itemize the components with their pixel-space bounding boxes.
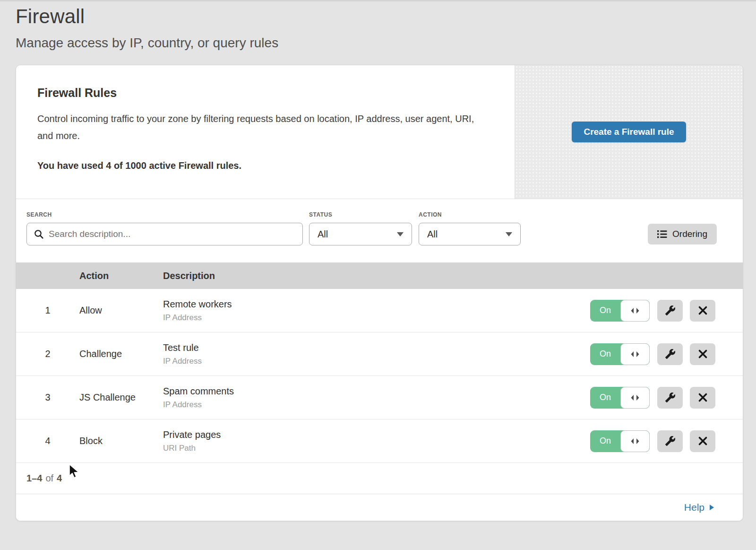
rule-priority-number: 1: [16, 305, 79, 316]
intro-block: Firewall Rules Control incoming traffic …: [16, 65, 515, 199]
help-link[interactable]: Help: [684, 502, 714, 513]
status-filter-group: STATUS All: [309, 211, 412, 245]
column-header-action: Action: [79, 271, 163, 281]
rule-controls: On: [590, 300, 743, 322]
ordering-button[interactable]: Ordering: [648, 224, 717, 244]
rule-action: JS Challenge: [79, 392, 163, 403]
search-input[interactable]: [26, 223, 303, 245]
edit-rule-button[interactable]: [657, 343, 683, 365]
wrench-icon: [665, 349, 676, 359]
table-row: 4 Block Private pages URI Path On: [16, 419, 743, 463]
left-right-arrows-icon: [630, 351, 640, 358]
pagination-range: 1–4: [26, 473, 42, 484]
rule-action: Allow: [79, 305, 163, 316]
toggle-handle[interactable]: [620, 387, 650, 409]
close-icon: [698, 349, 708, 359]
toggle-handle[interactable]: [620, 343, 650, 365]
rule-enabled-toggle[interactable]: On: [590, 343, 650, 365]
pagination-total: 4: [57, 473, 62, 484]
action-select[interactable]: All: [419, 223, 521, 245]
rule-priority-number: 4: [16, 436, 79, 446]
table-row: 3 JS Challenge Spam comments IP Address …: [16, 376, 743, 419]
left-right-arrows-icon: [630, 394, 640, 401]
filter-bar: SEARCH STATUS All ACTION All: [16, 199, 743, 262]
toggle-on-label: On: [590, 430, 620, 452]
rule-priority-number: 3: [16, 392, 79, 403]
close-icon: [698, 436, 708, 446]
action-filter-group: ACTION All: [419, 211, 521, 245]
delete-rule-button[interactable]: [690, 387, 715, 409]
action-label: ACTION: [419, 211, 521, 218]
table-header-row: Action Description: [16, 262, 743, 289]
close-icon: [698, 393, 708, 402]
page-title: Firewall: [16, 5, 756, 28]
delete-rule-button[interactable]: [690, 430, 715, 452]
close-icon: [698, 306, 708, 315]
toggle-on-label: On: [590, 343, 620, 365]
rule-description: Remote workers: [163, 299, 590, 310]
rule-description: Spam comments: [163, 386, 590, 397]
rule-description: Test rule: [163, 342, 590, 353]
rule-action: Block: [79, 436, 163, 446]
column-header-description: Description: [163, 271, 743, 281]
search-icon: [34, 229, 44, 239]
left-right-arrows-icon: [630, 438, 640, 445]
rules-usage-text: You have used 4 of 1000 active Firewall …: [37, 160, 481, 171]
search-label: SEARCH: [26, 211, 303, 218]
create-rule-panel: Create a Firewall rule: [515, 65, 743, 199]
wrench-icon: [665, 392, 676, 403]
intro-heading: Firewall Rules: [37, 86, 481, 100]
rule-enabled-toggle[interactable]: On: [590, 430, 650, 452]
rule-priority-number: 2: [16, 349, 79, 359]
status-select-value: All: [318, 229, 328, 240]
chevron-down-icon: [506, 232, 512, 236]
rule-description-cell: Private pages URI Path: [163, 429, 590, 453]
rule-description-cell: Test rule IP Address: [163, 342, 590, 366]
edit-rule-button[interactable]: [657, 300, 683, 322]
chevron-down-icon: [397, 232, 404, 236]
search-filter-group: SEARCH: [26, 211, 303, 245]
left-right-arrows-icon: [630, 307, 640, 314]
rule-enabled-toggle[interactable]: On: [590, 387, 650, 409]
rule-description-cell: Remote workers IP Address: [163, 299, 590, 323]
status-label: STATUS: [309, 211, 412, 218]
edit-rule-button[interactable]: [657, 387, 683, 409]
rule-controls: On: [590, 387, 743, 409]
toggle-handle[interactable]: [620, 430, 650, 452]
delete-rule-button[interactable]: [690, 343, 715, 365]
wrench-icon: [665, 305, 676, 316]
rule-match-type: URI Path: [163, 444, 590, 453]
rule-enabled-toggle[interactable]: On: [590, 300, 650, 322]
arrow-right-icon: [709, 504, 714, 511]
intro-description: Control incoming traffic to your zone by…: [37, 110, 481, 144]
page-subtitle: Manage access by IP, country, or query r…: [16, 35, 756, 51]
edit-rule-button[interactable]: [657, 430, 683, 452]
toggle-on-label: On: [590, 387, 620, 409]
pagination-bar: 1–4 of 4: [16, 463, 743, 494]
action-select-value: All: [427, 229, 438, 240]
delete-rule-button[interactable]: [690, 300, 715, 322]
page-header: Firewall Manage access by IP, country, o…: [0, 1, 756, 51]
rule-description: Private pages: [163, 429, 590, 440]
rule-controls: On: [590, 430, 743, 452]
rule-match-type: IP Address: [163, 357, 590, 366]
rule-description-cell: Spam comments IP Address: [163, 386, 590, 410]
create-firewall-rule-button[interactable]: Create a Firewall rule: [572, 122, 686, 142]
toggle-handle[interactable]: [620, 300, 650, 322]
rule-controls: On: [590, 343, 743, 365]
toggle-on-label: On: [590, 300, 620, 322]
rule-match-type: IP Address: [163, 313, 590, 323]
rules-rows: 1 Allow Remote workers IP Address On: [16, 289, 743, 463]
help-link-label: Help: [684, 502, 704, 513]
ordering-button-label: Ordering: [672, 229, 707, 239]
card-intro-section: Firewall Rules Control incoming traffic …: [16, 65, 743, 199]
rule-match-type: IP Address: [163, 400, 590, 410]
pagination-of: of: [45, 473, 53, 484]
search-field-wrap: [26, 223, 303, 245]
status-select[interactable]: All: [309, 223, 412, 245]
wrench-icon: [665, 436, 676, 446]
table-row: 2 Challenge Test rule IP Address On: [16, 332, 743, 376]
card-footer: Help: [16, 494, 743, 521]
firewall-rules-card: Firewall Rules Control incoming traffic …: [16, 65, 743, 521]
table-row: 1 Allow Remote workers IP Address On: [16, 289, 743, 332]
